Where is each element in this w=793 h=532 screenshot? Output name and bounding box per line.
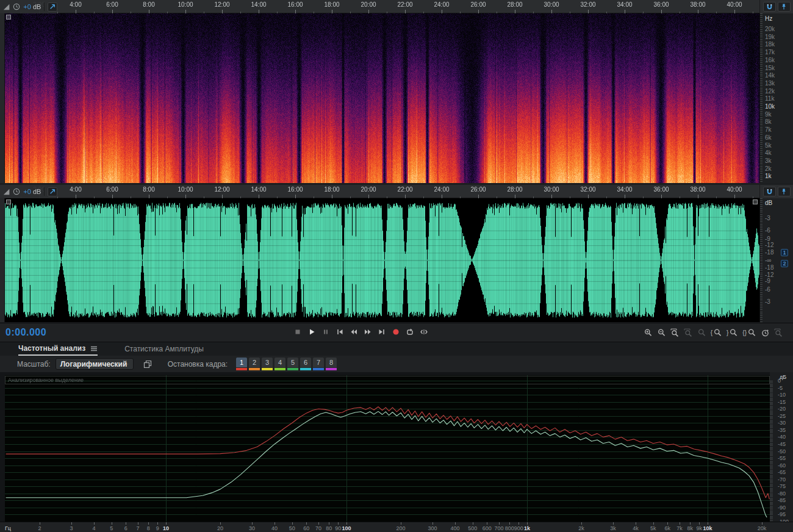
db-tick-label: -70: [778, 477, 786, 483]
frequency-label: 7k: [765, 127, 772, 133]
tab-amplitude-statistics[interactable]: Статистика Амплитуды: [124, 342, 204, 356]
db-tick-label: -25: [778, 414, 786, 419]
panel-menu-icon[interactable]: [90, 346, 98, 351]
brace-glyph: {: [711, 328, 712, 337]
zoom-to-out-point-button[interactable]: }: [727, 326, 738, 337]
time-ruler[interactable]: 2:004:006:008:0010:0012:0014:0016:0018:0…: [5, 185, 759, 198]
zoom-full-button[interactable]: [697, 326, 706, 337]
ruler-tick: [57, 12, 58, 13]
channel-badge[interactable]: 1: [781, 249, 788, 256]
waveform-header-controls: +0 dB: [0, 185, 57, 198]
hz-tick: [680, 522, 680, 525]
ruler-tick: [222, 10, 223, 13]
time-ruler[interactable]: 2:004:006:008:0010:0012:0014:0016:0018:0…: [5, 0, 759, 13]
pause-button[interactable]: [321, 326, 331, 337]
skip-to-start-button[interactable]: [335, 326, 345, 337]
play-button[interactable]: [307, 326, 317, 337]
spectrogram-display[interactable]: [5, 13, 759, 183]
zoom-vertical-button[interactable]: [774, 326, 783, 337]
ruler-time-label: 28:00: [507, 186, 522, 193]
hz-tick: [112, 522, 112, 525]
loop-playback-button[interactable]: [405, 326, 415, 337]
zoom-to-selection-button[interactable]: {}: [742, 326, 756, 337]
amplitude-ticks: [760, 198, 762, 322]
hz-tick: [667, 522, 668, 525]
hz-tick-label: 50: [289, 525, 295, 531]
auto-scroll-button[interactable]: [48, 2, 57, 12]
clock-icon[interactable]: [13, 2, 20, 11]
fade-in-handle-icon[interactable]: [6, 200, 11, 204]
zoom-in-at-selection-button[interactable]: [670, 326, 680, 337]
hz-tick-label: 300: [428, 525, 437, 531]
gain-display[interactable]: +0 dB: [23, 188, 41, 195]
rewind-button[interactable]: [349, 326, 359, 337]
frame-hold-button-4[interactable]: 4: [274, 358, 285, 370]
ruler-time-label: 6:00: [106, 1, 118, 8]
vertical-scrollbar[interactable]: [0, 198, 5, 322]
pin-marker-button[interactable]: [778, 2, 791, 12]
reset-zoom-button[interactable]: [761, 326, 770, 337]
scale-dropdown[interactable]: Логарифмический: [56, 358, 134, 370]
skip-selection-button[interactable]: [419, 326, 429, 337]
ruler-time-label: 18:00: [324, 1, 339, 8]
fade-envelope-icon[interactable]: [3, 188, 10, 196]
hz-tick: [40, 522, 40, 525]
zoom-to-in-point-button[interactable]: {: [711, 326, 722, 337]
ruler-tick: [423, 196, 424, 198]
gain-display[interactable]: +0 dB: [23, 3, 41, 10]
fade-handle-icon[interactable]: [6, 15, 11, 20]
frequency-scale-title: Hz: [765, 16, 772, 22]
clock-icon[interactable]: [13, 187, 20, 196]
waveform-display[interactable]: [5, 198, 759, 322]
ruler-time-label: 10:00: [178, 186, 193, 193]
vertical-scrollbar[interactable]: [0, 13, 5, 183]
frame-hold-button-6[interactable]: 6: [300, 358, 311, 370]
hz-tick: [690, 522, 691, 525]
frame-hold-button-2[interactable]: 2: [249, 358, 260, 370]
fade-out-handle-icon[interactable]: [753, 200, 758, 204]
ruler-tick: [661, 10, 662, 13]
frame-hold-button-3[interactable]: 3: [262, 358, 273, 370]
ruler-tick: [497, 12, 497, 13]
zoom-out-at-selection-button[interactable]: [684, 326, 693, 337]
skip-to-end-button[interactable]: [377, 326, 387, 337]
db-tick-label: -65: [778, 470, 786, 475]
fast-forward-button[interactable]: [363, 326, 373, 337]
frequency-analysis-graph[interactable]: [5, 375, 770, 522]
pin-marker-button[interactable]: [778, 187, 791, 196]
record-button[interactable]: [391, 326, 401, 337]
zoom-out-button[interactable]: [657, 326, 666, 337]
snap-magnet-button[interactable]: [763, 187, 776, 196]
channel-badge[interactable]: 2: [781, 260, 788, 267]
frame-hold-color: [262, 368, 273, 370]
time-display[interactable]: 0:00.000: [5, 327, 46, 338]
frame-hold-button-7[interactable]: 7: [313, 358, 324, 370]
brace-glyph: }: [727, 328, 728, 337]
ruler-time-label: 16:00: [287, 1, 303, 8]
ruler-time-label: 32:00: [580, 1, 595, 8]
gain-value: +0: [23, 188, 31, 195]
ruler-time-label: 30:00: [544, 186, 559, 193]
tab-frequency-analysis[interactable]: Частотный анализ: [18, 342, 98, 356]
db-label: -6: [765, 287, 770, 293]
transport-buttons: [293, 326, 429, 337]
zoom-in-button[interactable]: [644, 326, 653, 337]
snap-magnet-button[interactable]: [763, 2, 776, 12]
ruler-tick: [478, 10, 479, 13]
db-label: -3: [765, 299, 770, 305]
hz-axis: Гц 2345678910203040506070809010020030040…: [0, 522, 793, 532]
frame-hold-button-1[interactable]: 1: [236, 358, 247, 370]
ruler-time-label: 36:00: [653, 1, 669, 8]
auto-scroll-button[interactable]: [48, 187, 57, 196]
copy-to-clipboard-button[interactable]: [143, 360, 152, 368]
frequency-scale[interactable]: Hz 20k19k18k17k16k15k14k13k12k11k10k9k8k…: [759, 13, 793, 183]
ruler-tick: [698, 195, 698, 198]
ruler-tick: [734, 195, 735, 198]
frequency-label: 11k: [765, 96, 774, 102]
stop-button[interactable]: [293, 326, 303, 337]
db-tick-label: -45: [778, 442, 786, 447]
frame-hold-button-8[interactable]: 8: [326, 358, 337, 370]
fade-envelope-icon[interactable]: [3, 3, 10, 11]
amplitude-scale[interactable]: dB -3-3-6-6-9-9-12-12-18-18-∞12: [759, 198, 793, 322]
frame-hold-button-5[interactable]: 5: [287, 358, 298, 370]
